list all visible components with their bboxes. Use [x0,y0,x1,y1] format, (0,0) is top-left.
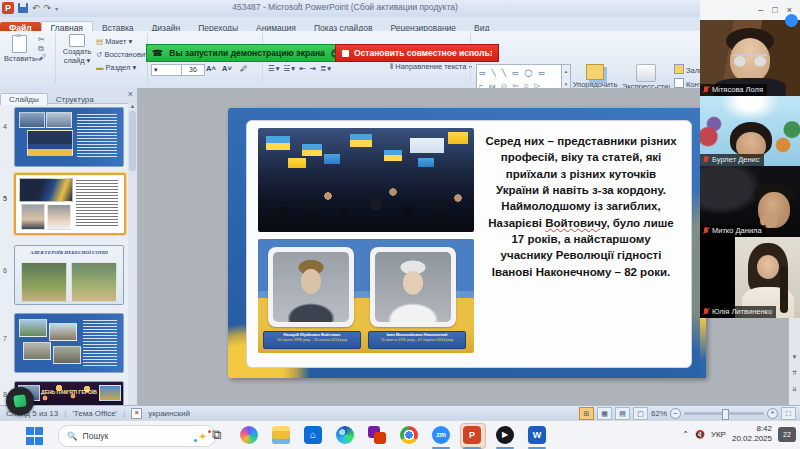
layout-button[interactable]: ▤ Макет ▾ [96,35,146,48]
panel-tabs: СлайдыСтруктура × [0,88,137,104]
slide-6-thumbnail[interactable]: АЛЕЯ ГЕРОЇВ НЕБЕСНОЇ СОТНІ [14,245,124,305]
list-indent-icons[interactable]: ☰▾ ☱▾ ⇤ ⇥ ≣▾ [268,64,332,73]
new-slide-icon [69,34,85,47]
keyboard-language[interactable]: УКР [711,430,726,439]
normal-view-button[interactable]: ⊞ [579,407,594,420]
slide-canvas[interactable]: Назарій Юрійович Войтович 16 серпня 1996… [228,108,706,378]
phone-icon: ☎ [152,48,163,58]
volume-muted-icon[interactable]: 🔇 [695,430,705,439]
zoom-out-button[interactable]: – [670,408,681,419]
slideshow-button[interactable]: ▢ [633,407,648,420]
stop-share-label: Остановить совместное использование [354,48,492,58]
powerpoint-taskbar-icon[interactable]: P [463,426,481,444]
video-tile-4[interactable]: Юлія Литвиненко [700,237,800,318]
minimize-icon[interactable]: – [758,5,763,15]
media-player-icon[interactable]: ▶ [496,426,514,444]
system-tray: ⌃ 🔇 УКР 8:4220.02.2025 22 [682,424,796,444]
task-view-icon[interactable]: ⧉ [208,426,226,444]
fit-to-window-button[interactable]: ⛶ [781,407,796,420]
slide-sorter-button[interactable]: ▦ [597,407,612,420]
spellcheck-icon[interactable]: × [131,408,142,419]
slide-edge-sliver [700,318,706,378]
format-painter-icon[interactable]: 🖌 [38,53,46,62]
theme-name[interactable]: 'Тема Office' [72,409,117,418]
video-tile-2[interactable]: Бурлет Денис [700,96,800,166]
shrink-font-icon[interactable]: A˅ [222,64,232,73]
slide-content-panel: Назарій Юрійович Войтович 16 серпня 1996… [246,120,692,368]
participant-name-1: Мітясова Лоля [700,84,767,96]
text-direction-button[interactable]: ⫴ Направление текста ▾ [390,62,472,72]
search-box[interactable]: 🔍 Пошук ✦ [58,425,216,447]
grow-font-icon[interactable]: A˄ [206,64,216,73]
mic-muted-icon [703,227,709,235]
panel-close-icon[interactable]: × [128,89,133,99]
screen: P ↶ ↷ ▾ 453487 - Microsoft PowerPoint (С… [0,0,800,449]
mic-muted-icon [703,86,709,94]
portrait-nakonechnyi [370,247,456,327]
next-slide-button[interactable]: ⇊ [789,382,800,396]
caption-nakonechnyi: Іван Миколайович Наконечний 15 жовтня 19… [368,331,466,349]
chrome-icon[interactable] [400,426,418,444]
video-tile-3[interactable]: Митко Данила [700,166,800,237]
notification-center-icon[interactable]: 22 [778,427,796,442]
restore-icon[interactable]: □ [772,5,777,15]
slide-7-thumbnail[interactable] [14,313,124,373]
window-title: 453487 - Microsoft PowerPoint (Сбой акти… [0,2,690,12]
participant-badge [785,14,798,27]
microsoft-store-icon[interactable]: ⌂ [304,426,322,444]
stop-icon [342,50,349,57]
start-button[interactable] [26,426,44,445]
scroll-down-icon[interactable]: ▼ [789,350,800,364]
slide-5-thumbnail[interactable] [14,173,126,235]
font-name-combo[interactable]: ▾ [151,64,183,76]
status-bar: Слайд 5 из 13 | 'Тема Office' | × украин… [0,405,800,421]
slides-group-buttons: ▤ Макет ▾ ↺ Восстановить ▬ Раздел ▾ [96,35,146,74]
zoom-participants-sidebar: – □ × Мітясова Лоля Бурлет Денис Митко Д… [700,0,800,318]
screen-share-banner: ☎ Вы запустили демонстрацию экрана ✓ [146,44,346,62]
copilot-icon[interactable] [240,426,258,444]
title-bar: P ↶ ↷ ▾ 453487 - Microsoft PowerPoint (С… [0,0,800,18]
participant-name-4: Юлія Литвиненко [700,306,776,318]
caption-voitovych: Назарій Юрійович Войтович 16 серпня 1996… [263,331,361,349]
zoom-in-button[interactable]: + [767,408,778,419]
zoom-percent[interactable]: 62% [651,409,667,418]
slide-4-thumbnail[interactable] [14,107,124,167]
copy-icon[interactable]: ⧉ [38,44,46,53]
panel-scrollbar[interactable]: ▲ [128,103,137,405]
file-explorer-icon[interactable] [272,426,290,444]
clear-format-icon[interactable]: 🖉 [240,64,248,73]
cut-icon[interactable]: ✂ [38,35,46,44]
glasses [733,54,767,68]
participant-name-2: Бурлет Денис [700,154,764,166]
slide-thumbnails: 4 5 6 АЛЕЯ ГЕРОЇВ НЕБЕСНОЇ СОТНІ [0,103,128,405]
paste-icon [12,35,27,53]
previous-slide-button[interactable]: ⇈ [789,366,800,380]
arrange-icon [586,64,604,80]
tray-chevron-icon[interactable]: ⌃ [682,430,689,439]
edge-icon[interactable] [336,426,354,444]
zoom-slider[interactable] [684,412,764,415]
taskbar: 🔍 Пошук ✦ ⧉ ⌂ zm P ▶ W ⌃ 🔇 УКР 8:4220.02… [0,420,800,449]
video-tile-1[interactable]: Мітясова Лоля [700,20,800,96]
reading-view-button[interactable]: ▤ [615,407,630,420]
mail-app-icon[interactable] [368,426,386,444]
zoom-slider-thumb[interactable] [722,409,729,420]
paste-button[interactable]: Вставить▾ [4,34,34,78]
portraits-flag-background[interactable]: Назарій Юрійович Войтович 16 серпня 1996… [258,239,474,353]
shape-fill-button[interactable]: Заливка [674,64,700,75]
zoom-app-icon[interactable]: zm [432,426,450,444]
slide-6-number: 6 [3,267,7,274]
crowd-photo[interactable] [258,128,474,232]
slide-body-text[interactable]: Серед них – представники різних професій… [485,133,677,355]
section-button[interactable]: ▬ Раздел ▾ [96,61,146,74]
reset-button[interactable]: ↺ Восстановить [96,48,146,61]
stop-share-button[interactable]: Остановить совместное использование [335,44,499,62]
zoom-floating-control[interactable] [6,387,34,415]
new-slide-button[interactable]: Создатьслайд ▾ [60,34,94,78]
language-indicator[interactable]: украинский [148,409,190,418]
clock[interactable]: 8:4220.02.2025 [732,424,772,444]
word-taskbar-icon[interactable]: W [528,426,546,444]
font-size-combo[interactable]: 36 [181,64,205,76]
clipboard-small-buttons: ✂ ⧉ 🖌 [38,35,46,62]
spellcheck-word: Войтовичу, [545,217,609,229]
